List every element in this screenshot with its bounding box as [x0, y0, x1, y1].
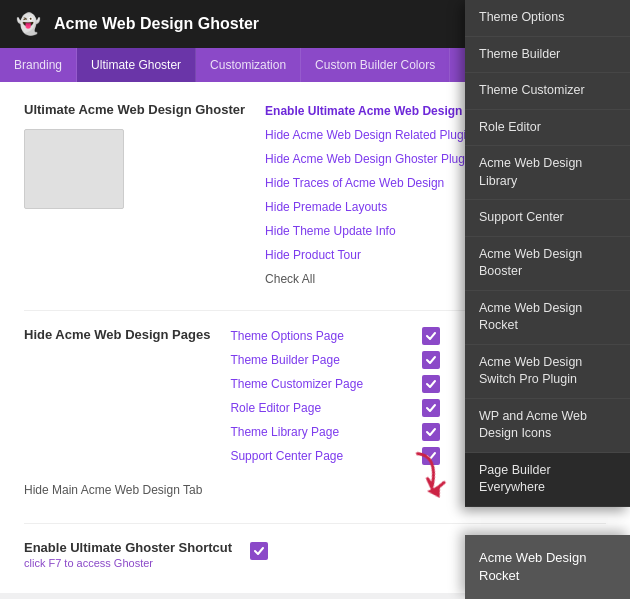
tab-ultimate-ghoster[interactable]: Ultimate Ghoster: [77, 48, 196, 82]
shortcut-hint: click F7 to access Ghoster: [24, 557, 232, 569]
dropdown-item-rocket[interactable]: Acme Web Design Rocket: [465, 291, 630, 345]
dropdown-item-page-builder[interactable]: Page Builder Everywhere: [465, 453, 630, 507]
pages-section-title: Hide Acme Web Design Pages: [24, 327, 210, 342]
option-label[interactable]: Hide Acme Web Design Related Plugins: [265, 128, 479, 142]
app-title: Acme Web Design Ghoster: [54, 15, 259, 33]
dropdown-item-switch-pro[interactable]: Acme Web Design Switch Pro Plugin: [465, 345, 630, 399]
tab-custom-builder-colors[interactable]: Custom Builder Colors: [301, 48, 450, 82]
checkbox-checked[interactable]: [422, 423, 440, 441]
option-row: Theme Library Page: [230, 423, 440, 441]
tab-branding[interactable]: Branding: [0, 48, 77, 82]
checkbox-checked[interactable]: [422, 399, 440, 417]
dropdown-item-booster[interactable]: Acme Web Design Booster: [465, 237, 630, 291]
option-label[interactable]: Hide Product Tour: [265, 248, 361, 262]
shortcut-title: Enable Ultimate Ghoster Shortcut: [24, 540, 232, 555]
option-label[interactable]: Hide Theme Update Info: [265, 224, 396, 238]
dropdown-item-theme-options[interactable]: Theme Options: [465, 0, 630, 37]
option-label[interactable]: Theme Customizer Page: [230, 377, 363, 391]
tab-customization[interactable]: Customization: [196, 48, 301, 82]
shortcut-checkbox[interactable]: [250, 542, 268, 560]
option-label[interactable]: Hide Traces of Acme Web Design: [265, 176, 444, 190]
thumb-placeholder: [24, 129, 124, 209]
option-label[interactable]: Role Editor Page: [230, 401, 321, 415]
option-label[interactable]: Hide Acme Web Design Ghoster Plugin: [265, 152, 474, 166]
bottom-dropdown-text: Acme Web Design Rocket: [479, 550, 586, 583]
divider: [24, 523, 606, 524]
dropdown-item-library[interactable]: Acme Web Design Library: [465, 146, 630, 200]
dropdown-item-role-editor[interactable]: Role Editor: [465, 110, 630, 147]
checkbox-checked[interactable]: [422, 375, 440, 393]
dropdown-item-support[interactable]: Support Center: [465, 200, 630, 237]
dropdown-item-icons[interactable]: WP and Acme Web Design Icons: [465, 399, 630, 453]
ultimate-section-title: Ultimate Acme Web Design Ghoster: [24, 102, 245, 117]
option-row: Theme Builder Page: [230, 351, 440, 369]
option-label[interactable]: Theme Library Page: [230, 425, 339, 439]
bottom-dropdown[interactable]: Acme Web Design Rocket: [465, 535, 630, 599]
dropdown-item-theme-customizer[interactable]: Theme Customizer: [465, 73, 630, 110]
option-row: Theme Customizer Page: [230, 375, 440, 393]
app-icon: 👻: [12, 8, 44, 40]
hide-main-tab-label[interactable]: Hide Main Acme Web Design Tab: [24, 483, 202, 497]
dropdown-item-theme-builder[interactable]: Theme Builder: [465, 37, 630, 74]
option-label[interactable]: Theme Options Page: [230, 329, 343, 343]
option-row: Role Editor Page: [230, 399, 440, 417]
option-label[interactable]: Hide Premade Layouts: [265, 200, 387, 214]
dropdown-menu: Theme Options Theme Builder Theme Custom…: [465, 0, 630, 507]
checkbox-checked[interactable]: [422, 351, 440, 369]
option-label[interactable]: Support Center Page: [230, 449, 343, 463]
option-label[interactable]: Theme Builder Page: [230, 353, 339, 367]
option-row: Theme Options Page: [230, 327, 440, 345]
checkbox-checked[interactable]: [422, 327, 440, 345]
